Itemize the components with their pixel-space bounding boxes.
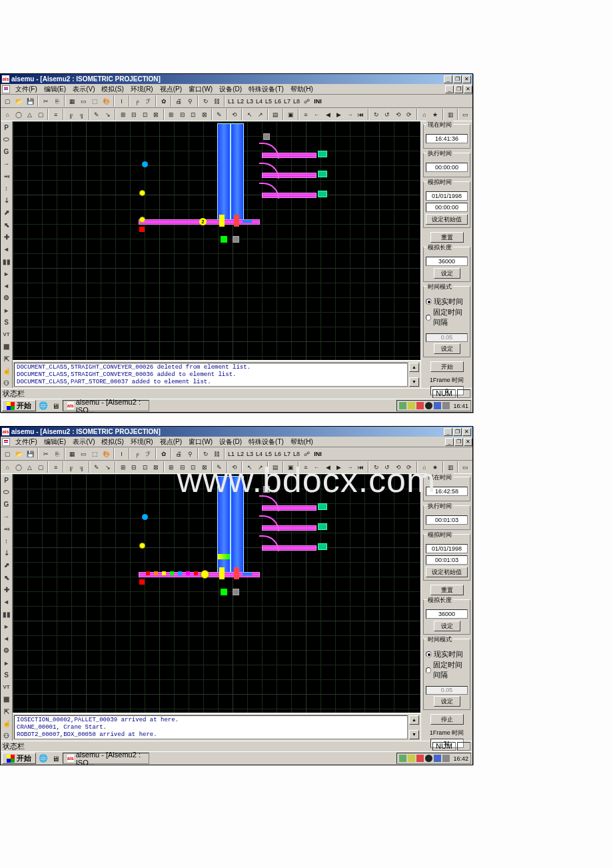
save-icon[interactable]: 💾 [25, 448, 36, 459]
menu-file[interactable]: 文件(F) [12, 437, 41, 447]
menu-env[interactable]: 环境(R) [127, 437, 157, 447]
tb2-15-icon[interactable]: ⊟ [177, 461, 188, 473]
tray-volume-icon[interactable]: ​ [442, 755, 450, 762]
tb2-7-icon[interactable]: ╗ [77, 109, 88, 120]
close-button[interactable]: ✕ [462, 428, 471, 436]
menu-view[interactable]: 表示(V) [69, 84, 98, 95]
tb2-17-icon[interactable]: ⊠ [199, 109, 211, 120]
tb2-12-icon[interactable]: ⊡ [140, 109, 151, 120]
btn-stop[interactable]: 停止 [430, 714, 464, 725]
lt-ellipse-icon[interactable]: ⬭ [1, 135, 11, 144]
tool-gear-icon[interactable]: ✿ [158, 95, 169, 107]
menu-edit[interactable]: 编辑(E) [41, 84, 69, 95]
menu-viewpoint[interactable]: 视点(P) [157, 84, 185, 95]
tb2-19-icon[interactable]: ⟲ [229, 109, 241, 120]
tb2-21-icon[interactable]: ↗ [255, 109, 267, 120]
mdi-icon[interactable] [2, 438, 10, 446]
tb2-29-icon[interactable]: ⏮ [356, 461, 367, 473]
lt-tree-icon[interactable]: ⚇ [1, 731, 11, 741]
open-icon[interactable]: 📂 [13, 95, 25, 107]
tb2-4-icon[interactable]: ▢ [35, 109, 47, 120]
lt-larrow-icon[interactable]: ⤟ [1, 524, 11, 533]
tb2-28-icon[interactable]: → [344, 109, 356, 120]
tb2-2-icon[interactable]: ◯ [13, 109, 25, 120]
radio-fixed[interactable]: 固定时间间隔 [426, 307, 468, 327]
tray-icon-5[interactable]: ​ [434, 755, 441, 762]
system-tray[interactable]: ​ ​ ​ ​ ​ ​ 16:42 [396, 753, 471, 764]
menu-env[interactable]: 环境(R) [127, 84, 157, 95]
tb2-26-icon[interactable]: ◀ [322, 461, 334, 473]
mdi-close[interactable]: ✕ [464, 438, 472, 446]
btn-init[interactable]: 设定初始值 [426, 567, 468, 577]
tb2-6-icon[interactable]: ╔ [65, 461, 77, 473]
tb2-18-icon[interactable]: ✎ [214, 461, 225, 473]
layer-l1[interactable]: L1 [227, 448, 236, 459]
lt-vt-icon[interactable]: VT [1, 683, 11, 692]
tb2-33-icon[interactable]: ⟳ [404, 109, 415, 120]
tb2-16-icon[interactable]: ⊡ [188, 461, 199, 473]
cube-icon[interactable]: ⬚ [89, 448, 101, 459]
tb2-22-icon[interactable]: ▤ [270, 461, 281, 473]
tray-icon-2[interactable]: ​ [408, 402, 415, 409]
tray-icon-3[interactable]: ​ [416, 755, 424, 762]
btn-set-len[interactable]: 设定 [434, 268, 460, 279]
lt-p-icon[interactable]: P [1, 123, 11, 132]
mdi-restore[interactable]: ❐ [454, 85, 463, 93]
layer-l4[interactable]: L4 [255, 448, 264, 459]
tb2-11-icon[interactable]: ⊟ [129, 461, 140, 473]
layer-l4[interactable]: L4 [255, 95, 264, 107]
btn-reset[interactable]: 重置 [430, 232, 464, 243]
menu-special[interactable]: 特殊设备(T) [245, 437, 287, 447]
tb2-34-icon[interactable]: ⌂ [419, 109, 430, 120]
menu-sim[interactable]: 模拟(S) [98, 84, 127, 95]
msg-scroll-down[interactable]: ▼ [409, 730, 419, 739]
mdi-restore[interactable]: ❐ [454, 438, 463, 446]
tb2-35-icon[interactable]: ★ [430, 109, 441, 120]
layer-l3[interactable]: L3 [245, 95, 255, 107]
tb2-4-icon[interactable]: ▢ [35, 461, 47, 473]
radio-fixed[interactable]: 固定时间间隔 [426, 660, 468, 680]
tb2-8-icon[interactable]: ✎ [91, 461, 103, 473]
lt-prev-icon[interactable]: ◂ [1, 597, 11, 607]
tb2-28-icon[interactable]: → [344, 461, 356, 473]
tool-i-icon[interactable]: I [116, 95, 127, 107]
tray-icon-4[interactable]: ​ [425, 755, 432, 762]
radio-real[interactable]: 现实时间 [426, 649, 468, 659]
tb2-8-icon[interactable]: ✎ [91, 109, 103, 120]
lt-gear2-icon[interactable]: ⚙ [1, 646, 11, 655]
tb2-17-icon[interactable]: ⊠ [199, 461, 211, 473]
btn-init[interactable]: 设定初始值 [426, 214, 468, 225]
tb2-11-icon[interactable]: ⊟ [129, 109, 140, 120]
tb2-24-icon[interactable]: ≡ [301, 461, 312, 473]
new-icon[interactable]: ▢ [2, 448, 13, 459]
tb2-21-icon[interactable]: ↗ [255, 461, 267, 473]
lt-plus-icon[interactable]: ✚ [1, 585, 11, 594]
tray-icon-3[interactable]: ​ [416, 402, 424, 409]
tb2-23-icon[interactable]: ▣ [285, 109, 297, 120]
tb2-25-icon[interactable]: ← [311, 109, 322, 120]
tb2-30-icon[interactable]: ↻ [370, 109, 382, 120]
ini-button[interactable]: INI [312, 448, 323, 459]
close-button[interactable]: ✕ [462, 75, 471, 83]
tb2-16-icon[interactable]: ⊡ [188, 109, 199, 120]
tb2-25-icon[interactable]: ← [311, 461, 322, 473]
lt-tree-icon[interactable]: ⚇ [1, 379, 11, 388]
tb2-1-icon[interactable]: ⌂ [2, 109, 13, 120]
link-icon[interactable]: ⛓ [211, 95, 223, 107]
lt-back-icon[interactable]: ◂ [1, 633, 11, 643]
open-icon[interactable]: 📂 [13, 448, 25, 459]
tray-icon-4[interactable]: ​ [425, 402, 432, 409]
lt-home-icon[interactable]: ⇱ [1, 707, 11, 716]
lt-g-icon[interactable]: G [1, 500, 11, 509]
tb2-27-icon[interactable]: ▶ [333, 109, 344, 120]
ini-button[interactable]: INI [312, 95, 323, 107]
msg-scroll-up[interactable]: ▲ [409, 363, 419, 372]
lt-play-icon[interactable]: ▸ [1, 269, 11, 278]
msg-scroll-up[interactable]: ▲ [409, 715, 419, 725]
tb2-35-icon[interactable]: ★ [430, 461, 441, 473]
tool-f1-icon[interactable]: ╒ [131, 448, 143, 459]
tb2-9-icon[interactable]: ↘ [103, 461, 114, 473]
tb2-27-icon[interactable]: ▶ [333, 461, 344, 473]
lt-rarrow-icon[interactable]: → [1, 159, 11, 169]
copy-icon[interactable]: ⎘ [51, 448, 63, 459]
